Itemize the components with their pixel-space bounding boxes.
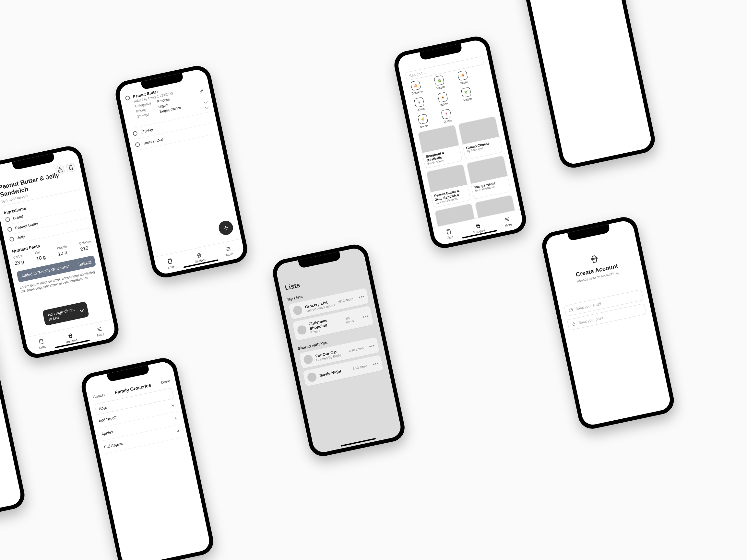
svg-rect-0 bbox=[58, 169, 62, 172]
category-chip[interactable]: 🍰Desserts bbox=[407, 79, 425, 96]
recipe-card[interactable]: Peanut Butter & Jelly SandwichBy Food Ne… bbox=[426, 164, 471, 208]
chevron-down-icon bbox=[205, 105, 208, 109]
soup-icon: 🍜 bbox=[457, 70, 468, 81]
radio-icon[interactable] bbox=[9, 236, 15, 242]
chevron-down-icon bbox=[80, 308, 84, 313]
more-icon[interactable]: ••• bbox=[372, 361, 379, 367]
category-chip[interactable]: 🍜Soups bbox=[454, 69, 472, 85]
soup-icon: 🍜 bbox=[417, 114, 428, 125]
radio-icon[interactable] bbox=[133, 131, 138, 136]
category-chip[interactable]: 🍷Drinks bbox=[438, 108, 456, 124]
mail-icon bbox=[568, 307, 573, 313]
plus-icon[interactable]: + bbox=[177, 428, 181, 434]
edit-icon[interactable] bbox=[199, 88, 205, 94]
plus-icon[interactable]: + bbox=[171, 402, 175, 409]
radio-icon[interactable] bbox=[7, 226, 12, 232]
avatar bbox=[292, 305, 303, 316]
tab-lists[interactable]: Lists bbox=[154, 251, 187, 275]
chevron-down-icon bbox=[204, 100, 207, 104]
drink-icon: 🍷 bbox=[441, 109, 452, 119]
avatar bbox=[303, 354, 313, 365]
leaf-icon: 🌿 bbox=[461, 87, 471, 98]
share-icon[interactable] bbox=[55, 165, 65, 175]
recipe-card[interactable]: Recipe NameBy NameName bbox=[466, 155, 511, 199]
recipe-card[interactable]: Grilled CheeseBy Allrecipes bbox=[458, 116, 503, 160]
radio-icon[interactable] bbox=[5, 217, 10, 222]
drink-icon: 🍷 bbox=[414, 97, 424, 108]
cancel-button[interactable]: Cancel bbox=[93, 393, 105, 399]
plus-icon[interactable]: + bbox=[174, 415, 178, 422]
leaf-icon: 🌿 bbox=[434, 75, 444, 86]
category-chip[interactable]: 🍝Italian bbox=[434, 91, 452, 108]
add-fab[interactable]: + bbox=[217, 219, 234, 236]
radio-icon[interactable] bbox=[135, 142, 140, 148]
category-chip[interactable]: 🍷Drinks bbox=[411, 96, 429, 112]
chef-hat-icon bbox=[588, 252, 601, 265]
cake-icon: 🍰 bbox=[410, 80, 421, 91]
lock-icon bbox=[571, 321, 576, 327]
see-list-link[interactable]: See List bbox=[78, 260, 92, 266]
done-button[interactable]: Done bbox=[160, 378, 171, 385]
more-icon[interactable]: ••• bbox=[369, 343, 376, 349]
bookmark-icon[interactable] bbox=[66, 163, 76, 173]
more-icon[interactable]: ••• bbox=[358, 294, 365, 300]
avatar bbox=[307, 372, 317, 382]
more-icon[interactable]: ••• bbox=[362, 313, 369, 319]
avatar bbox=[297, 324, 307, 335]
category-chip[interactable]: 🌿Vegan bbox=[431, 75, 448, 91]
bowl-icon: 🍝 bbox=[437, 92, 448, 103]
radio-icon[interactable] bbox=[125, 95, 130, 101]
category-chip[interactable]: 🍜Soups bbox=[414, 113, 432, 129]
recipe-card[interactable]: Spaghetti & MeatballsBy Allrecipes bbox=[418, 125, 462, 168]
category-chip[interactable]: 🌿Vegan bbox=[458, 86, 475, 102]
tab-lists[interactable]: Lists bbox=[25, 331, 58, 356]
